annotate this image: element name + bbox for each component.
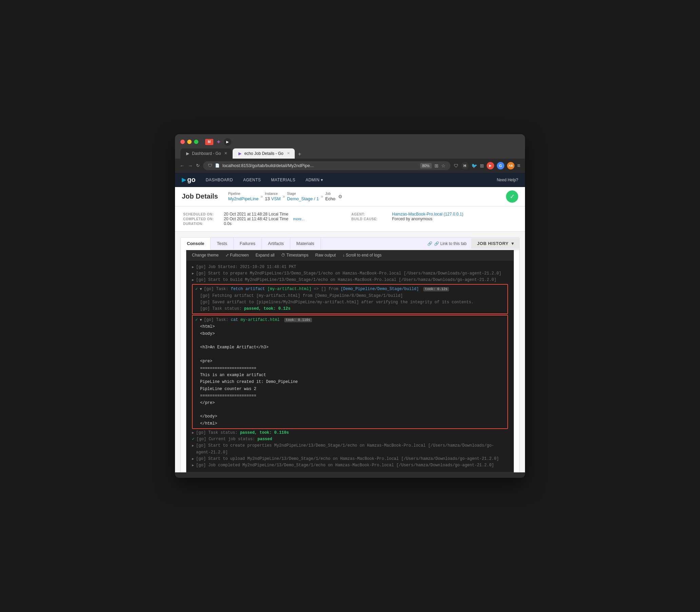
bc-arrow2: » <box>283 194 285 199</box>
new-tab-button[interactable]: + <box>295 150 304 158</box>
change-theme-button[interactable]: Change theme <box>192 253 219 258</box>
bc-arrow1: » <box>260 194 263 199</box>
log-text-task1: [go] Task: fetch artifact [my-artifact.h… <box>204 286 504 292</box>
job-history-label: JOB HISTORY <box>477 241 509 246</box>
grid-icon: ⊞ <box>434 163 439 168</box>
timestamps-button[interactable]: ⏱ Timestamps <box>281 253 308 258</box>
google-ext-icon[interactable]: G <box>497 162 504 169</box>
browser-addressbar: ← → ↻ 🛡 📄 localhost:8153/go/tab/build/de… <box>175 158 525 173</box>
code-output: <html> <body> <h3>An Example Artifact</h… <box>200 323 504 427</box>
arrow-icon-completed: ▶ <box>192 463 194 468</box>
tab-materials[interactable]: Materials <box>290 238 321 249</box>
link-icon: 🔗 <box>427 241 432 246</box>
code-line-1: <html> <box>200 323 504 330</box>
puzzle-icon: ✦ <box>216 138 221 146</box>
close-button[interactable] <box>180 140 185 144</box>
highlighted-cat-block: ✓ ▼ [go] Task: cat my-artifact.html took… <box>192 315 508 429</box>
console-section: Change theme ⤢ Fullscreen Expand all ⏱ T… <box>186 250 514 472</box>
nav-agents[interactable]: AGENTS <box>243 178 261 182</box>
youtube-ext-icon[interactable]: ▶ <box>487 162 494 169</box>
completed-row: COMPLETED ON: 20 Oct 2021 at 11:48:42 Lo… <box>183 217 349 221</box>
agent-row: AGENT: Hamzas-MacBook-Pro.local (127.0.0… <box>351 212 517 217</box>
browser-menu-icon[interactable]: ≡ <box>517 163 520 169</box>
pipeline-label: Pipeline <box>228 192 259 196</box>
job-value: Echo <box>325 196 335 201</box>
shield-ext-icon[interactable]: 🛡 <box>454 163 459 168</box>
h-ext-icon[interactable]: H <box>461 162 469 169</box>
bird-ext-icon[interactable]: 🐦 <box>471 163 477 168</box>
pipeline-value[interactable]: My2ndPipeLine <box>228 196 259 201</box>
log-text-taskstatus: [go] Task status: passed, took: 0.110s <box>196 430 508 436</box>
arrow-icon-props: ▶ <box>192 443 194 449</box>
scroll-button[interactable]: ↓ Scroll to end of logs <box>342 253 381 258</box>
gear-icon[interactable]: ⚙ <box>338 194 342 199</box>
adblock-ext-icon[interactable]: AB <box>507 162 514 169</box>
job-history-button[interactable]: JOB HISTORY ▾ <box>471 238 519 249</box>
agent-value[interactable]: Hamzas-MacBook-Pro.local (127.0.0.1) <box>392 212 463 217</box>
code-line-4: <h3>An Example Artifact</h3> <box>200 344 504 351</box>
logo-text: go <box>187 176 196 184</box>
build-cause-value: Forced by anonymous <box>392 217 432 221</box>
tab-failures[interactable]: Failures <box>234 238 262 249</box>
raw-output-button[interactable]: Raw output <box>315 253 336 258</box>
arrow-icon-task1: ▼ <box>200 287 202 292</box>
grid-ext-icon[interactable]: ⊞ <box>480 163 484 168</box>
page-content: ▶ go DASHBOARD AGENTS MATERIALS ADMIN ▾ … <box>175 173 525 472</box>
nav-help[interactable]: Need Help? <box>497 178 518 182</box>
log-line-1: ▶ [go] Job Started: 2021-10-20 11:48:41 … <box>192 264 508 270</box>
tab-console[interactable]: Console <box>181 238 211 250</box>
url-bar[interactable]: 🛡 📄 localhost:8153/go/tab/build/detail/M… <box>203 161 450 170</box>
code-line-8: This is an example artifact <box>200 372 504 378</box>
expand-all-button[interactable]: Expand all <box>255 253 274 258</box>
gmail-icon: M <box>205 139 213 145</box>
log-text-jobstatus: [go] Current job status: passed <box>197 436 508 443</box>
duration-label: DURATION: <box>183 222 220 226</box>
more-link[interactable]: more... <box>293 217 305 221</box>
log-line-2: ▶ [go] Start to prepare My2ndPipeLine/13… <box>192 270 508 277</box>
code-line-15: </html> <box>200 420 504 427</box>
tab-echo[interactable]: ▶ echo Job Details - Go ✕ <box>233 149 294 158</box>
log-text-task2: [go] Fetching artifact [my-artifact.html… <box>200 293 504 299</box>
tab-dashboard[interactable]: ▶ Dashboard - Go ✕ <box>180 149 232 158</box>
log-line-cat: ✓ ▼ [go] Task: cat my-artifact.html took… <box>196 317 504 323</box>
code-line-14: </body> <box>200 413 504 420</box>
highlighted-task-block: ✓ ▼ [go] Task: fetch artifact [my-artifa… <box>192 284 508 314</box>
job-info-section: SCHEDULED ON: 20 Oct 2021 at 11:48:28 Lo… <box>175 206 525 232</box>
job-label: Job <box>325 192 335 196</box>
console-toolbar: Change theme ⤢ Fullscreen Expand all ⏱ T… <box>187 250 513 261</box>
tab-artifacts[interactable]: Artifacts <box>262 238 290 249</box>
minimize-button[interactable] <box>187 140 192 144</box>
instance-label: Instance <box>265 192 281 196</box>
code-line-13 <box>200 406 504 413</box>
nav-admin[interactable]: ADMIN ▾ <box>306 178 323 182</box>
refresh-button[interactable]: ↻ <box>196 163 200 168</box>
breadcrumb: Pipeline My2ndPipeLine » Instance 13 VSM… <box>228 192 342 201</box>
security-icon: 🛡 <box>208 163 212 168</box>
console-output: ▶ [go] Job Started: 2021-10-20 11:48:41 … <box>187 261 513 472</box>
arrow-icon-2: ▶ <box>192 271 194 277</box>
stage-value[interactable]: Demo_Stage / 1 <box>287 196 319 201</box>
code-line-9: PipeLine which created it: Demo_PipeLine <box>200 378 504 385</box>
status-check-icon: ✓ <box>506 191 518 203</box>
took-badge-2: took: 0.110s <box>284 318 312 322</box>
fullscreen-button[interactable]: ⤢ Fullscreen <box>226 253 249 258</box>
log-line-3: ▶ [go] Start to build My2ndPipeLine/13/D… <box>192 277 508 283</box>
back-button[interactable]: ← <box>180 163 185 168</box>
nav-dashboard[interactable]: DASHBOARD <box>205 178 233 182</box>
zoom-level: 80% <box>420 163 432 168</box>
code-line-12: </pre> <box>200 400 504 406</box>
log-text-task4: [go] Task status: passed, took: 0.12s <box>200 306 504 312</box>
maximize-button[interactable] <box>194 140 198 144</box>
forward-button[interactable]: → <box>188 163 193 168</box>
nav-materials[interactable]: MATERIALS <box>271 178 295 182</box>
link-to-tab-button[interactable]: 🔗 🔗 Link to this tab <box>422 239 471 249</box>
vsm-link[interactable]: VSM <box>271 196 281 201</box>
check-icon-1: ✓ <box>196 286 198 292</box>
log-line-create-props: ▶ [go] Start to create properties My2ndP… <box>192 443 508 456</box>
page-title: Job Details <box>182 193 218 200</box>
tab-tests[interactable]: Tests <box>211 238 233 249</box>
tab-close-dashboard[interactable]: ✕ <box>224 151 227 155</box>
link-label: 🔗 Link to this tab <box>434 241 467 246</box>
tab-close-echo[interactable]: ✕ <box>287 151 290 155</box>
scheduled-label: SCHEDULED ON: <box>183 212 220 216</box>
